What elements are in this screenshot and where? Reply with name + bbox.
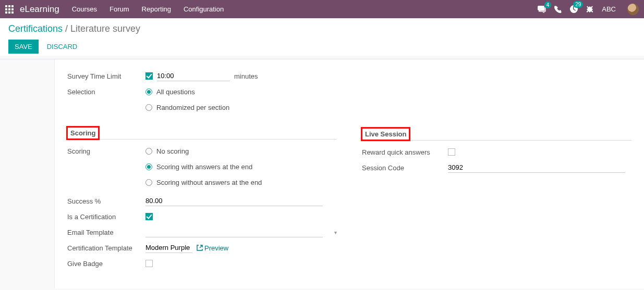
messaging-badge: 4 bbox=[544, 2, 552, 8]
user-label: ABC bbox=[602, 5, 616, 13]
save-button[interactable]: SAVE bbox=[8, 40, 39, 54]
chevron-down-icon[interactable]: ▾ bbox=[334, 230, 337, 235]
scoring-none-radio[interactable] bbox=[145, 148, 152, 155]
form-sheet: Survey Time Limit minutes Selection All … bbox=[55, 59, 644, 288]
scoring-with-label: Scoring with answers at the end bbox=[156, 163, 252, 171]
phone-icon[interactable] bbox=[554, 6, 562, 13]
is-cert-checkbox[interactable] bbox=[145, 213, 153, 220]
survey-time-unit: minutes bbox=[234, 72, 258, 80]
preview-link[interactable]: Preview bbox=[197, 244, 228, 252]
apps-icon[interactable] bbox=[5, 5, 14, 14]
survey-time-limit-input[interactable] bbox=[157, 71, 230, 81]
messaging-icon[interactable]: 4 bbox=[538, 6, 546, 13]
selection-all-radio[interactable] bbox=[145, 89, 152, 95]
nav-forum[interactable]: Forum bbox=[110, 5, 129, 13]
breadcrumb-bar: Certifications / Literature survey SAVE … bbox=[0, 18, 644, 56]
scoring-without-radio[interactable] bbox=[145, 179, 152, 186]
reward-quick-label: Reward quick answers bbox=[362, 148, 448, 156]
user-avatar[interactable] bbox=[627, 4, 639, 15]
success-pct-label: Success % bbox=[67, 197, 145, 205]
scoring-section-title: Scoring bbox=[67, 127, 99, 139]
activity-badge: 29 bbox=[573, 1, 583, 8]
discard-button[interactable]: DISCARD bbox=[47, 43, 78, 51]
scoring-none-label: No scoring bbox=[156, 147, 189, 155]
scoring-without-label: Scoring without answers at the end bbox=[156, 179, 262, 186]
right-column: Live Session Reward quick answers Sessio… bbox=[362, 69, 631, 272]
selection-label: Selection bbox=[67, 88, 145, 96]
session-code-label: Session Code bbox=[362, 164, 448, 172]
left-column: Survey Time Limit minutes Selection All … bbox=[67, 69, 337, 272]
give-badge-checkbox[interactable] bbox=[145, 260, 153, 267]
live-session-section-title: Live Session bbox=[362, 128, 409, 140]
breadcrumb-leaf: Literature survey bbox=[70, 23, 140, 34]
give-badge-label: Give Badge bbox=[67, 260, 145, 268]
external-link-icon bbox=[197, 245, 203, 251]
reward-quick-checkbox[interactable] bbox=[448, 148, 455, 156]
systray: 4 29 ABC bbox=[538, 4, 639, 15]
breadcrumb: Certifications / Literature survey bbox=[8, 23, 636, 34]
breadcrumb-sep: / bbox=[63, 23, 70, 34]
activity-icon[interactable]: 29 bbox=[570, 5, 578, 13]
cert-template-input[interactable] bbox=[145, 243, 192, 253]
nav-courses[interactable]: Courses bbox=[72, 5, 97, 13]
survey-time-limit-checkbox[interactable] bbox=[145, 72, 153, 80]
selection-random-label: Randomized per section bbox=[156, 104, 229, 111]
success-pct-input[interactable] bbox=[145, 196, 323, 206]
left-gutter bbox=[0, 59, 55, 288]
scoring-label: Scoring bbox=[67, 147, 145, 155]
topbar: eLearning Courses Forum Reporting Config… bbox=[0, 0, 644, 18]
email-template-label: Email Template bbox=[67, 229, 145, 236]
nav-configuration[interactable]: Configuration bbox=[184, 5, 224, 13]
nav-reporting[interactable]: Reporting bbox=[142, 5, 171, 13]
scoring-with-radio[interactable] bbox=[145, 163, 152, 170]
cert-template-label: Certification Template bbox=[67, 244, 145, 252]
survey-time-limit-label: Survey Time Limit bbox=[67, 72, 145, 80]
email-template-input[interactable] bbox=[145, 227, 323, 237]
session-code-input[interactable] bbox=[448, 162, 625, 173]
selection-random-radio[interactable] bbox=[145, 104, 152, 111]
user-menu[interactable]: ABC bbox=[602, 5, 616, 13]
app-title[interactable]: eLearning bbox=[20, 4, 59, 15]
breadcrumb-root[interactable]: Certifications bbox=[8, 23, 63, 34]
is-cert-label: Is a Certification bbox=[67, 213, 145, 221]
selection-all-label: All questions bbox=[156, 88, 195, 96]
debug-icon[interactable] bbox=[586, 6, 593, 13]
preview-label: Preview bbox=[204, 244, 228, 252]
